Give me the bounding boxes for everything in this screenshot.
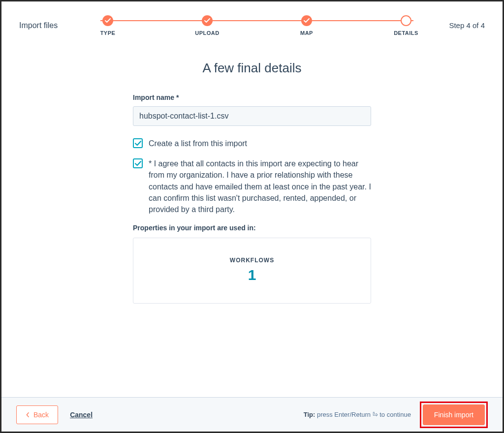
wizard-footer: Back Cancel Tip: press Enter/Return ⏎ to… <box>1 397 503 432</box>
usage-title: WORKFLOWS <box>133 257 371 264</box>
progress-steps: TYPE UPLOAD MAP DETAILS <box>93 15 421 36</box>
tip-suffix: to continue <box>378 411 411 418</box>
step-map[interactable]: MAP <box>292 15 321 36</box>
chevron-left-icon <box>26 412 30 417</box>
consent-label: * I agree that all contacts in this impo… <box>149 158 371 215</box>
step-details[interactable]: DETAILS <box>391 15 421 36</box>
usage-count[interactable]: 1 <box>133 267 371 283</box>
page-title: Import files <box>19 11 93 30</box>
consent-row[interactable]: * I agree that all contacts in this impo… <box>133 158 371 215</box>
check-icon <box>202 15 213 26</box>
step-upload[interactable]: UPLOAD <box>192 15 222 36</box>
tip-body: press Enter/Return <box>315 411 372 418</box>
wizard-header: Import files TYPE UPLOAD MAP <box>1 1 503 41</box>
step-label: MAP <box>300 30 313 36</box>
tip-prefix: Tip: <box>304 411 315 418</box>
details-form: Import name * Create a list from this im… <box>133 93 371 304</box>
finish-highlight: Finish import <box>420 402 488 428</box>
step-label: DETAILS <box>394 30 418 36</box>
usage-box: WORKFLOWS 1 <box>133 238 371 304</box>
usage-heading: Properties in your import are used in: <box>133 224 371 232</box>
step-label: UPLOAD <box>195 30 219 36</box>
consent-checkbox[interactable] <box>133 158 143 168</box>
progress-tracker: TYPE UPLOAD MAP DETAILS <box>93 11 421 36</box>
main-content: A few final details Import name * Create… <box>1 41 503 304</box>
tip-text: Tip: press Enter/Return ⏎ to continue <box>304 411 411 418</box>
import-name-input[interactable] <box>133 106 371 126</box>
back-button[interactable]: Back <box>16 405 58 424</box>
check-icon <box>301 15 312 26</box>
create-list-label: Create a list from this import <box>149 138 247 149</box>
page-heading: A few final details <box>203 61 302 76</box>
current-step-icon <box>401 15 411 26</box>
create-list-row[interactable]: Create a list from this import <box>133 138 371 149</box>
cancel-link[interactable]: Cancel <box>70 411 93 419</box>
step-indicator: Step 4 of 4 <box>421 11 485 30</box>
back-label: Back <box>33 411 49 419</box>
import-name-label: Import name * <box>133 93 371 101</box>
check-icon <box>102 15 113 26</box>
create-list-checkbox[interactable] <box>133 138 143 148</box>
step-label: TYPE <box>100 30 116 36</box>
return-icon: ⏎ <box>373 411 378 418</box>
finish-import-button[interactable]: Finish import <box>423 404 485 425</box>
step-type[interactable]: TYPE <box>93 15 123 36</box>
